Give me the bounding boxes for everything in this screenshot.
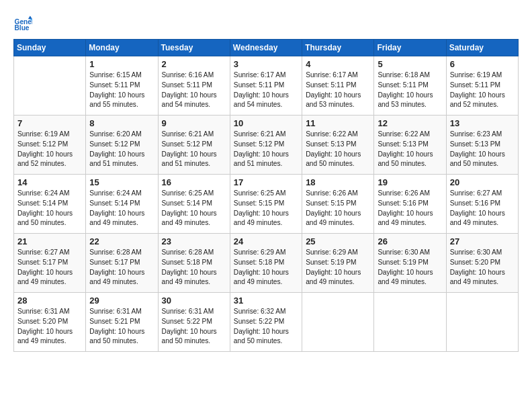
day-info: Sunrise: 6:19 AM Sunset: 5:11 PM Dayligh… [450, 71, 515, 110]
calendar-cell: 15Sunrise: 6:24 AM Sunset: 5:14 PM Dayli… [86, 175, 158, 234]
day-number: 5 [378, 59, 442, 69]
calendar-body: 1Sunrise: 6:15 AM Sunset: 5:11 PM Daylig… [14, 56, 519, 352]
calendar-week-row: 21Sunrise: 6:27 AM Sunset: 5:17 PM Dayli… [14, 234, 519, 293]
calendar-cell: 7Sunrise: 6:19 AM Sunset: 5:12 PM Daylig… [14, 116, 86, 175]
day-number: 6 [450, 59, 515, 69]
day-info: Sunrise: 6:31 AM Sunset: 5:22 PM Dayligh… [162, 307, 226, 347]
day-number: 17 [234, 177, 298, 187]
day-info: Sunrise: 6:29 AM Sunset: 5:19 PM Dayligh… [306, 248, 370, 287]
calendar-cell: 5Sunrise: 6:18 AM Sunset: 5:11 PM Daylig… [374, 56, 446, 116]
calendar-cell: 29Sunrise: 6:31 AM Sunset: 5:21 PM Dayli… [86, 293, 158, 352]
day-number: 25 [306, 236, 370, 246]
day-info: Sunrise: 6:16 AM Sunset: 5:11 PM Dayligh… [162, 71, 226, 110]
day-info: Sunrise: 6:29 AM Sunset: 5:18 PM Dayligh… [234, 248, 298, 287]
day-info: Sunrise: 6:20 AM Sunset: 5:12 PM Dayligh… [89, 130, 154, 169]
logo: General Blue [13, 15, 34, 34]
day-info: Sunrise: 6:30 AM Sunset: 5:20 PM Dayligh… [450, 248, 515, 287]
day-number: 1 [89, 59, 154, 69]
weekday-header: Saturday [446, 40, 518, 56]
day-info: Sunrise: 6:24 AM Sunset: 5:14 PM Dayligh… [17, 189, 82, 228]
day-info: Sunrise: 6:31 AM Sunset: 5:20 PM Dayligh… [17, 307, 82, 347]
day-info: Sunrise: 6:30 AM Sunset: 5:19 PM Dayligh… [378, 248, 442, 287]
calendar-cell: 17Sunrise: 6:25 AM Sunset: 5:15 PM Dayli… [230, 175, 302, 234]
day-info: Sunrise: 6:26 AM Sunset: 5:15 PM Dayligh… [306, 189, 370, 228]
calendar-cell: 24Sunrise: 6:29 AM Sunset: 5:18 PM Dayli… [230, 234, 302, 293]
calendar-header-row: SundayMondayTuesdayWednesdayThursdayFrid… [14, 40, 519, 56]
day-number: 23 [162, 236, 226, 246]
calendar-cell: 11Sunrise: 6:22 AM Sunset: 5:13 PM Dayli… [302, 116, 374, 175]
day-number: 14 [17, 177, 82, 187]
calendar-cell: 1Sunrise: 6:15 AM Sunset: 5:11 PM Daylig… [86, 56, 158, 116]
calendar-cell: 2Sunrise: 6:16 AM Sunset: 5:11 PM Daylig… [158, 56, 230, 116]
calendar-week-row: 28Sunrise: 6:31 AM Sunset: 5:20 PM Dayli… [14, 293, 519, 352]
day-number: 18 [306, 177, 370, 187]
calendar-page: General Blue SundayMondayTuesdayWednesda… [0, 0, 532, 411]
day-info: Sunrise: 6:27 AM Sunset: 5:17 PM Dayligh… [17, 248, 82, 287]
day-number: 19 [378, 177, 442, 187]
day-info: Sunrise: 6:31 AM Sunset: 5:21 PM Dayligh… [89, 307, 154, 347]
calendar-cell: 8Sunrise: 6:20 AM Sunset: 5:12 PM Daylig… [86, 116, 158, 175]
day-info: Sunrise: 6:28 AM Sunset: 5:18 PM Dayligh… [162, 248, 226, 287]
day-number: 28 [17, 295, 82, 306]
day-info: Sunrise: 6:17 AM Sunset: 5:11 PM Dayligh… [234, 71, 298, 110]
calendar-cell: 4Sunrise: 6:17 AM Sunset: 5:11 PM Daylig… [302, 56, 374, 116]
calendar-cell: 28Sunrise: 6:31 AM Sunset: 5:20 PM Dayli… [14, 293, 86, 352]
calendar-cell: 22Sunrise: 6:28 AM Sunset: 5:17 PM Dayli… [86, 234, 158, 293]
day-number: 16 [162, 177, 226, 187]
day-number: 20 [450, 177, 515, 187]
day-info: Sunrise: 6:21 AM Sunset: 5:12 PM Dayligh… [234, 130, 298, 169]
day-number: 29 [89, 295, 154, 306]
day-number: 8 [89, 118, 154, 128]
calendar-cell: 13Sunrise: 6:23 AM Sunset: 5:13 PM Dayli… [446, 116, 518, 175]
day-info: Sunrise: 6:21 AM Sunset: 5:12 PM Dayligh… [162, 130, 226, 169]
weekday-header: Sunday [14, 40, 86, 56]
header: General Blue [13, 12, 519, 34]
day-info: Sunrise: 6:19 AM Sunset: 5:12 PM Dayligh… [17, 130, 82, 169]
day-number: 24 [234, 236, 298, 246]
day-number: 13 [450, 118, 515, 128]
day-info: Sunrise: 6:28 AM Sunset: 5:17 PM Dayligh… [89, 248, 154, 287]
calendar-cell: 18Sunrise: 6:26 AM Sunset: 5:15 PM Dayli… [302, 175, 374, 234]
day-number: 2 [162, 59, 226, 69]
day-number: 11 [306, 118, 370, 128]
day-number: 26 [378, 236, 442, 246]
calendar-cell: 26Sunrise: 6:30 AM Sunset: 5:19 PM Dayli… [374, 234, 446, 293]
day-info: Sunrise: 6:32 AM Sunset: 5:22 PM Dayligh… [234, 307, 298, 347]
calendar-cell: 10Sunrise: 6:21 AM Sunset: 5:12 PM Dayli… [230, 116, 302, 175]
calendar-cell: 20Sunrise: 6:27 AM Sunset: 5:16 PM Dayli… [446, 175, 518, 234]
day-number: 12 [378, 118, 442, 128]
day-info: Sunrise: 6:18 AM Sunset: 5:11 PM Dayligh… [378, 71, 442, 110]
day-info: Sunrise: 6:15 AM Sunset: 5:11 PM Dayligh… [89, 71, 154, 110]
weekday-header: Friday [374, 40, 446, 56]
day-number: 4 [306, 59, 370, 69]
day-number: 21 [17, 236, 82, 246]
calendar-cell [302, 293, 374, 352]
day-info: Sunrise: 6:24 AM Sunset: 5:14 PM Dayligh… [89, 189, 154, 228]
svg-marker-2 [28, 16, 32, 19]
logo-icon: General Blue [13, 15, 32, 34]
weekday-header: Wednesday [230, 40, 302, 56]
calendar-cell: 23Sunrise: 6:28 AM Sunset: 5:18 PM Dayli… [158, 234, 230, 293]
day-info: Sunrise: 6:26 AM Sunset: 5:16 PM Dayligh… [378, 189, 442, 228]
day-number: 31 [234, 295, 298, 306]
calendar-cell: 27Sunrise: 6:30 AM Sunset: 5:20 PM Dayli… [446, 234, 518, 293]
day-number: 3 [234, 59, 298, 69]
calendar-cell [374, 293, 446, 352]
day-info: Sunrise: 6:17 AM Sunset: 5:11 PM Dayligh… [306, 71, 370, 110]
day-info: Sunrise: 6:23 AM Sunset: 5:13 PM Dayligh… [450, 130, 515, 169]
calendar-week-row: 7Sunrise: 6:19 AM Sunset: 5:12 PM Daylig… [14, 116, 519, 175]
calendar-cell [446, 293, 518, 352]
calendar-week-row: 14Sunrise: 6:24 AM Sunset: 5:14 PM Dayli… [14, 175, 519, 234]
weekday-header: Tuesday [158, 40, 230, 56]
calendar-cell: 19Sunrise: 6:26 AM Sunset: 5:16 PM Dayli… [374, 175, 446, 234]
calendar-cell: 25Sunrise: 6:29 AM Sunset: 5:19 PM Dayli… [302, 234, 374, 293]
calendar-cell: 30Sunrise: 6:31 AM Sunset: 5:22 PM Dayli… [158, 293, 230, 352]
calendar-cell: 16Sunrise: 6:25 AM Sunset: 5:14 PM Dayli… [158, 175, 230, 234]
calendar-week-row: 1Sunrise: 6:15 AM Sunset: 5:11 PM Daylig… [14, 56, 519, 116]
day-number: 9 [162, 118, 226, 128]
day-number: 22 [89, 236, 154, 246]
calendar-table: SundayMondayTuesdayWednesdayThursdayFrid… [13, 39, 519, 352]
day-info: Sunrise: 6:25 AM Sunset: 5:15 PM Dayligh… [234, 189, 298, 228]
day-info: Sunrise: 6:25 AM Sunset: 5:14 PM Dayligh… [162, 189, 226, 228]
svg-text:Blue: Blue [15, 24, 30, 32]
